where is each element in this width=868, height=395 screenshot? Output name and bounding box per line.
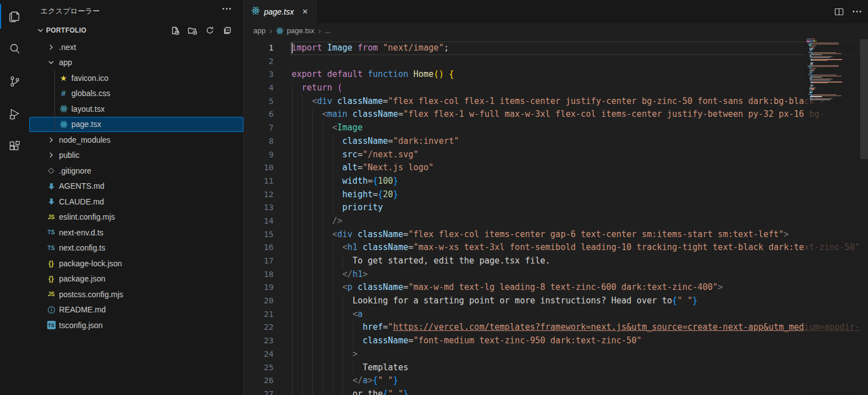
react-icon — [276, 27, 284, 35]
tree-item-globals.css[interactable]: #globals.css — [29, 86, 243, 102]
line-number[interactable]: 18 — [244, 268, 274, 282]
line-number[interactable]: 22 — [244, 321, 274, 334]
line-number[interactable]: 17 — [244, 255, 274, 268]
line-number[interactable]: 13 — [244, 201, 274, 215]
line-number[interactable]: 14 — [244, 215, 274, 228]
collapse-all-icon[interactable] — [222, 25, 232, 35]
tree-item-tsconfig.json[interactable]: TStsconfig.json — [29, 317, 243, 333]
tree-folder-app[interactable]: app — [29, 55, 243, 71]
minimap[interactable] — [804, 38, 860, 395]
line-number[interactable]: 27 — [244, 388, 274, 395]
code-line-14[interactable]: 14 /> — [244, 215, 860, 228]
views-more-actions-icon[interactable] — [222, 8, 231, 10]
tree-item-label: README.md — [59, 305, 106, 314]
line-number[interactable]: 4 — [244, 81, 274, 95]
code-line-3[interactable]: 3export default function Home() { — [244, 68, 860, 81]
new-file-icon[interactable] — [170, 25, 180, 35]
code-line-6[interactable]: 6 <main className="flex flex-1 w-full ma… — [244, 108, 860, 121]
code-line-25[interactable]: 25 Templates — [244, 361, 860, 375]
tree-item-.gitignore[interactable]: .gitignore — [29, 163, 243, 179]
code-line-10[interactable]: 10 alt="Next.js logo" — [244, 161, 860, 175]
split-editor-icon[interactable] — [834, 7, 844, 16]
code-line-9[interactable]: 9 src="/next.svg" — [244, 148, 860, 162]
code-line-17[interactable]: 17 To get started, edit the page.tsx fil… — [244, 255, 860, 268]
tree-folder-public[interactable]: public — [29, 148, 243, 164]
editor-more-actions-icon[interactable] — [853, 11, 861, 12]
code-line-27[interactable]: 27 or the{" "} — [244, 388, 860, 395]
line-number[interactable]: 10 — [244, 161, 274, 175]
code-line-22[interactable]: 22 href="https://vercel.com/templates?fr… — [244, 321, 860, 334]
code-editor[interactable]: 1import Image from "next/image";23export… — [244, 38, 860, 395]
activity-bar-source-control[interactable] — [0, 65, 29, 98]
code-line-18[interactable]: 18 </h1> — [244, 268, 860, 282]
tree-item-eslint.config.mjs[interactable]: JSeslint.config.mjs — [29, 210, 243, 225]
line-number[interactable]: 9 — [244, 148, 274, 162]
code-line-text: <div className="flex flex-col items-cent… — [292, 228, 789, 242]
new-folder-icon[interactable] — [187, 25, 197, 35]
tab-page-tsx[interactable]: page.tsx × — [244, 0, 317, 23]
breadcrumb-file[interactable]: page.tsx — [287, 26, 314, 35]
tree-item-README.md[interactable]: README.md — [29, 302, 243, 318]
code-line-7[interactable]: 7 <Image — [244, 121, 860, 135]
line-number[interactable]: 19 — [244, 281, 274, 294]
code-line-20[interactable]: 20 Looking for a starting point or more … — [244, 294, 860, 308]
line-number[interactable]: 24 — [244, 348, 274, 361]
code-line-23[interactable]: 23 className="font-medium text-zinc-950 … — [244, 334, 860, 348]
code-line-5[interactable]: 5 <div className="flex flex-col flex-1 i… — [244, 95, 860, 108]
line-number[interactable]: 26 — [244, 374, 274, 388]
breadcrumb-symbol[interactable]: ... — [325, 26, 331, 35]
close-icon[interactable]: × — [299, 6, 311, 17]
code-line-2[interactable]: 2 — [244, 55, 860, 69]
line-number[interactable]: 6 — [244, 108, 274, 121]
tree-item-next.config.ts[interactable]: TSnext.config.ts — [29, 240, 243, 256]
code-line-24[interactable]: 24 > — [244, 348, 860, 361]
tree-item-AGENTS.md[interactable]: AGENTS.md — [29, 179, 243, 194]
breadcrumb-folder[interactable]: app — [253, 26, 266, 35]
tree-item-postcss.config.mjs[interactable]: JSpostcss.config.mjs — [29, 287, 243, 302]
code-line-11[interactable]: 11 width={100} — [244, 175, 860, 188]
tree-item-CLAUDE.md[interactable]: CLAUDE.md — [29, 194, 243, 210]
vertical-scrollbar[interactable] — [860, 38, 868, 395]
tree-item-package.json[interactable]: {}package.json — [29, 271, 243, 287]
activity-bar-search[interactable] — [0, 33, 29, 65]
code-line-21[interactable]: 21 <a — [244, 308, 860, 321]
tree-folder-node_modules[interactable]: node_modules — [29, 132, 243, 148]
tree-item-page.tsx[interactable]: page.tsx — [29, 117, 243, 133]
line-number[interactable]: 21 — [244, 308, 274, 321]
tree-folder-.next[interactable]: .next — [29, 39, 243, 55]
line-number[interactable]: 2 — [244, 55, 274, 69]
code-line-4[interactable]: 4 return ( — [244, 81, 860, 95]
tree-item-package-lock.json[interactable]: {}package-lock.json — [29, 256, 243, 271]
line-number[interactable]: 23 — [244, 334, 274, 348]
code-line-8[interactable]: 8 className="dark:invert" — [244, 135, 860, 148]
line-number[interactable]: 7 — [244, 121, 274, 135]
activity-bar-run-debug[interactable] — [0, 98, 29, 130]
line-number[interactable]: 8 — [244, 135, 274, 148]
line-number[interactable]: 12 — [244, 188, 274, 202]
line-number[interactable]: 20 — [244, 294, 274, 308]
tree-item-layout.tsx[interactable]: layout.tsx — [29, 101, 243, 117]
line-number[interactable]: 25 — [244, 361, 274, 375]
code-line-16[interactable]: 16 <h1 className="max-w-xs text-3xl font… — [244, 241, 860, 255]
scrollbar-slider[interactable] — [860, 39, 868, 159]
tree-item-favicon.ico[interactable]: ★favicon.ico — [29, 70, 243, 86]
code-line-12[interactable]: 12 height={20} — [244, 188, 860, 202]
line-number[interactable]: 16 — [244, 241, 274, 255]
tree-item-next-env.d.ts[interactable]: TSnext-env.d.ts — [29, 225, 243, 240]
line-number[interactable]: 15 — [244, 228, 274, 242]
code-line-15[interactable]: 15 <div className="flex flex-col items-c… — [244, 228, 860, 242]
refresh-icon[interactable] — [204, 25, 215, 35]
code-line-1[interactable]: 1import Image from "next/image"; — [244, 42, 860, 55]
code-line-26[interactable]: 26 </a>{" "} — [244, 374, 860, 388]
line-number[interactable]: 3 — [244, 68, 274, 81]
activity-bar-extensions[interactable] — [0, 130, 29, 163]
code-line-19[interactable]: 19 <p className="max-w-md text-lg leadin… — [244, 281, 860, 294]
line-number[interactable]: 11 — [244, 175, 274, 188]
code-line-13[interactable]: 13 priority — [244, 201, 860, 215]
tree-item-label: eslint.config.mjs — [59, 212, 115, 221]
activity-bar-explorer[interactable] — [0, 0, 29, 33]
line-number[interactable]: 1 — [244, 42, 274, 55]
line-number[interactable]: 5 — [244, 95, 274, 108]
section-header-portfolio[interactable]: PORTFOLIO — [29, 22, 243, 38]
code-line-text: import Image from "next/image"; — [292, 42, 449, 55]
